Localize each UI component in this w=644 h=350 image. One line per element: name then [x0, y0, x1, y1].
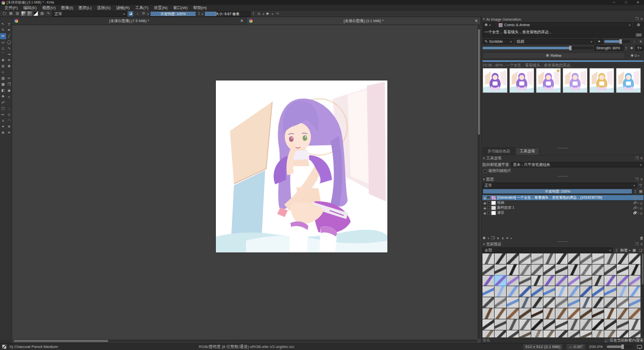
brush-preset-cell[interactable] — [617, 276, 628, 286]
delete-layer-button[interactable]: 🗑 — [640, 236, 644, 240]
float-docker-icon[interactable]: ❐ — [635, 17, 638, 21]
color-sampler-tool-icon[interactable]: ✑ — [6, 75, 12, 81]
brush-preset-cell[interactable] — [507, 276, 518, 286]
document-tab-2-close-icon[interactable]: ✕ — [474, 19, 478, 23]
brush-preset-icon[interactable]: ▯ — [614, 247, 619, 253]
menu-item-9[interactable]: 窗口(W) — [171, 5, 190, 11]
layer-view-mode-icon[interactable]: ▤ — [638, 189, 643, 194]
brush-preset-cell[interactable] — [519, 319, 531, 330]
brush-preset-cell[interactable] — [507, 265, 518, 275]
layer-filter-icon[interactable]: ▽ — [638, 183, 643, 188]
layer-check[interactable] — [487, 201, 490, 204]
size-spinner[interactable]: ▲▼ — [252, 11, 255, 17]
close-button[interactable]: ✕ — [632, 0, 644, 5]
brush-preset-cell[interactable] — [568, 297, 580, 308]
choose-workspace-icon[interactable]: ▧ — [39, 11, 45, 17]
brush-preset-cell[interactable] — [543, 286, 555, 297]
brush-preset-cell[interactable] — [555, 319, 567, 330]
brush-preset-cell[interactable] — [617, 319, 628, 330]
fit-to-screen-icon[interactable] — [637, 345, 642, 348]
polygonal-select-tool-icon[interactable]: ◇ — [6, 112, 12, 118]
menu-item-2[interactable]: 视图(V) — [40, 5, 58, 11]
ai-control-layer-select[interactable]: 线稿▾ — [515, 39, 594, 44]
new-document-icon[interactable]: ▢ — [2, 11, 7, 17]
canvas-hscrollbar[interactable] — [13, 339, 477, 342]
brush-preset-cell[interactable] — [617, 286, 628, 297]
mirror-caret[interactable]: ▾ — [263, 12, 264, 16]
menu-item-1[interactable]: 编辑(E) — [21, 5, 39, 11]
freehand-path-tool-icon[interactable]: ↝ — [6, 51, 12, 57]
line-tool-icon[interactable]: ╱ — [6, 33, 12, 39]
brush-size-slider[interactable]: 大小: 6.67 像素 — [204, 11, 251, 17]
similar-color-tool-icon[interactable]: ≈ — [6, 94, 12, 100]
layer-inherit-alpha-icon[interactable]: ◍ — [640, 206, 642, 210]
pattern-swatch[interactable] — [27, 11, 32, 16]
tool-options-header[interactable]: ▾ 工具选项 ❐ ✕ — [481, 156, 644, 161]
layer-inherit-alpha-icon[interactable]: ◍ — [640, 201, 642, 205]
brush-preset-cell[interactable] — [531, 265, 543, 275]
menu-item-10[interactable]: 帮助(H) — [191, 5, 209, 11]
layer-lock-icon[interactable] — [633, 202, 636, 204]
brush-preset-cell[interactable] — [629, 308, 640, 319]
brush-preset-cell-selected[interactable] — [495, 276, 506, 286]
mirror-icon[interactable]: Λ — [256, 11, 262, 17]
ai-prompt-textarea[interactable]: 一个女生，看着镜头，坐在紫色的床边， ZH — [482, 28, 643, 38]
generated-thumbnail-6[interactable] — [616, 68, 641, 93]
opacity-caret[interactable]: ▾ — [202, 12, 203, 16]
brush-preset-cell[interactable] — [519, 286, 531, 297]
brush-preset-cell[interactable] — [555, 297, 567, 308]
brush-preset-cell[interactable] — [482, 330, 494, 337]
zoom-tool-icon[interactable]: ⊕ — [0, 130, 6, 136]
menu-item-8[interactable]: 设置(N) — [151, 5, 170, 11]
brush-preset-cell[interactable] — [495, 253, 506, 264]
fill-tool-icon[interactable]: ◧ — [0, 88, 6, 94]
brush-preset-cell[interactable] — [543, 265, 555, 275]
tag-tools-caret[interactable]: ▾ — [629, 248, 630, 252]
close-docker-icon[interactable]: ✕ — [640, 17, 643, 21]
brush-preset-cell[interactable] — [531, 308, 543, 319]
menu-item-6[interactable]: 滤镜(R) — [114, 5, 132, 11]
menu-item-5[interactable]: 选择(S) — [95, 5, 113, 11]
brush-tag-filter-select[interactable]: 全部▾ — [482, 247, 613, 253]
brush-preset-cell[interactable] — [604, 253, 616, 264]
canvas-document[interactable] — [216, 80, 387, 252]
brush-preset-cell[interactable] — [629, 330, 640, 337]
brush-preset-cell[interactable] — [519, 297, 531, 308]
layer-visibility-icon[interactable]: ◉ — [484, 206, 486, 210]
brush-preset-cell[interactable] — [531, 319, 543, 330]
layer-inherit-alpha-icon[interactable]: ◍ — [640, 196, 642, 200]
layer-opacity-spinner[interactable]: ▲▼ — [633, 189, 637, 194]
float-docker-icon[interactable]: ❐ — [635, 242, 638, 246]
menu-item-4[interactable]: 图层(L) — [76, 5, 94, 11]
brush-preset-cell[interactable] — [543, 253, 555, 264]
brush-preset-cell[interactable] — [519, 253, 531, 264]
brush-preset-cell[interactable] — [604, 308, 616, 319]
tab-tool-options[interactable]: 工具选项 — [515, 147, 539, 155]
text-tool-icon[interactable]: T — [6, 21, 12, 27]
refine-button[interactable]: ✻ Refine — [482, 52, 625, 59]
ai-mode-select[interactable]: ✎ Scribble▾ — [482, 39, 514, 44]
strength-spinner[interactable]: ▲▼ — [624, 45, 628, 51]
brush-preset-cell[interactable] — [629, 286, 640, 297]
brush-preset-cell[interactable] — [617, 330, 628, 337]
grid-view-icon[interactable]: ▦ — [631, 247, 637, 253]
brush-preset-cell[interactable] — [617, 253, 628, 264]
brush-preset-cell[interactable] — [629, 265, 640, 275]
brush-preset-cell[interactable] — [592, 330, 604, 337]
generated-thumbnail-2[interactable] — [509, 68, 534, 93]
edit-brush-settings-icon[interactable]: ✎ — [46, 11, 51, 17]
zoom-slider[interactable] — [607, 345, 633, 348]
brush-search-input[interactable]: 搜索 — [482, 338, 603, 343]
wraparound-caret[interactable]: ▾ — [272, 12, 273, 16]
brush-preset-cell[interactable] — [592, 253, 604, 264]
generated-thumbnail-3[interactable]: ★ — [536, 68, 561, 93]
layer-lock-icon[interactable] — [633, 212, 636, 214]
brush-preset-cell[interactable] — [543, 297, 555, 308]
brush-preset-cell[interactable] — [507, 286, 518, 297]
collapse-icon[interactable]: ▾ — [483, 178, 485, 182]
tab-color-selector[interactable]: 多功能拾色器 — [483, 147, 515, 155]
ai-workspace-button[interactable]: ✻▾ — [482, 22, 496, 28]
bezier-select-tool-icon[interactable]: ◠ — [6, 118, 12, 124]
brush-preset-cell[interactable] — [568, 265, 580, 275]
smart-patch-tool-icon[interactable]: ❐ — [6, 81, 12, 88]
